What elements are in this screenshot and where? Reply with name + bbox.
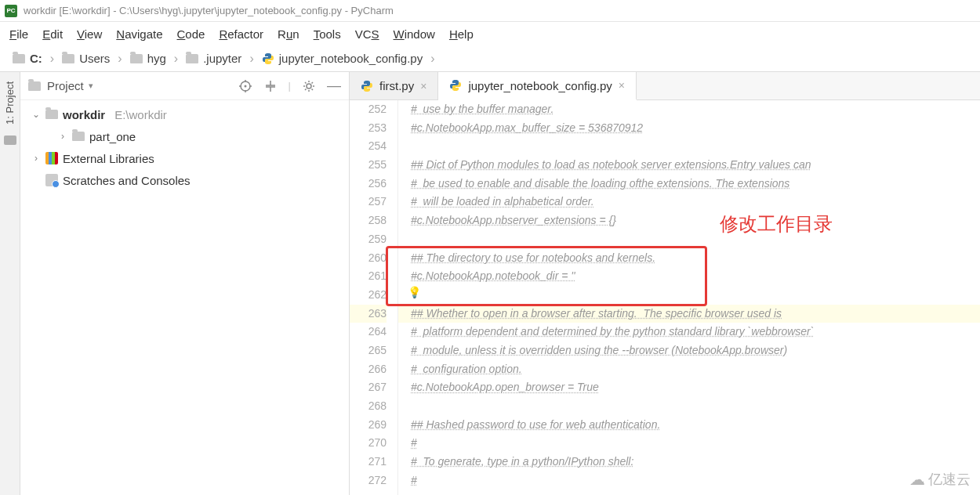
folder-icon [28,81,41,91]
collapse-all-icon[interactable] [263,79,278,93]
editor-tab[interactable]: jupyter_notebook_config.py× [438,72,637,100]
code-line[interactable]: ## Hashed password to use for web authen… [411,416,980,435]
scratch-icon [45,174,58,186]
code-line[interactable]: #c.NotebookApp.max_buffer_size = 5368709… [411,119,980,138]
menu-vcs[interactable]: VCS [355,27,379,41]
menu-navigate[interactable]: Navigate [116,27,162,41]
breadcrumb-item[interactable]: .jupyter [183,52,245,65]
editor-tab[interactable]: first.py× [350,72,438,99]
menu-window[interactable]: Window [394,27,435,41]
tree-item[interactable]: Scratches and Consoles [20,169,349,191]
chevron-right-icon: › [45,52,59,66]
title-bar: PC workdir [E:\workdir] - C:\Users\hyg\.… [0,0,980,22]
breadcrumb-item[interactable]: hyg [127,52,169,65]
svg-point-1 [244,85,246,87]
tree-item-label: workdir [63,108,105,121]
folder-icon [130,54,143,63]
code-line[interactable]: # configuration option. [411,360,980,379]
hide-icon[interactable]: — [327,79,341,93]
code-line[interactable]: ## Whether to open in a browser after st… [411,305,980,323]
editor-tabs: first.py×jupyter_notebook_config.py× [350,72,980,100]
code-line[interactable]: #c.NotebookApp.nbserver_extensions = {} [411,211,980,230]
code-line[interactable]: # will be loaded in alphabetical order. [411,193,980,211]
line-number: 263 [350,305,387,323]
close-icon[interactable]: × [420,80,426,92]
code-line[interactable]: #c.NotebookApp.open_browser = True [411,378,980,397]
project-panel-title[interactable]: Project [47,79,84,92]
close-icon[interactable]: × [619,79,625,92]
line-number: 253 [350,119,387,138]
folder-icon [72,132,85,141]
tree-item-label: External Libraries [63,152,154,165]
line-number: 256 [350,175,387,193]
line-number: 271 [350,453,387,472]
folder-icon [62,54,74,63]
code-line[interactable]: ## The directory to use for notebooks an… [411,249,980,268]
code-line[interactable]: # module, unless it is overridden using … [411,341,980,360]
chevron-right-icon: › [169,52,183,66]
app-icon: PC [5,5,17,17]
chevron-right-icon: › [426,52,439,66]
tree-item[interactable]: ⌄workdirE:\workdir [20,103,349,125]
menu-file[interactable]: File [9,27,28,41]
menu-refactor[interactable]: Refactor [219,27,263,41]
project-tool-tab[interactable]: 1: Project [4,75,16,131]
python-file-icon [361,80,373,92]
line-number: 268 [350,397,387,416]
line-number: 264 [350,323,387,341]
tree-item-label: Scratches and Consoles [63,174,191,187]
menu-edit[interactable]: Edit [42,27,63,41]
menu-tools[interactable]: Tools [314,27,341,41]
line-number: 257 [350,193,387,211]
line-number: 265 [350,341,387,360]
tree-caret-icon[interactable]: › [31,153,41,164]
project-tree: ⌄workdirE:\workdir›part_one›External Lib… [20,100,349,194]
target-icon[interactable] [238,79,252,93]
menu-help[interactable]: Help [449,27,474,41]
code-area[interactable]: # use by the buffer manager.#c.NotebookA… [398,100,980,495]
line-number: 269 [350,416,387,435]
line-number: 254 [350,137,387,156]
code-line[interactable] [411,137,980,156]
menu-view[interactable]: View [77,27,102,41]
code-line[interactable]: # [411,434,980,453]
line-number: 266 [350,360,387,379]
code-line[interactable]: # platform dependent and determined by t… [411,323,980,341]
editor[interactable]: 2522532542552562572582592602612622632642… [350,100,980,495]
code-line[interactable] [411,230,980,249]
breadcrumb-item[interactable]: C: [9,52,45,65]
line-number: 261 [350,267,387,286]
menu-bar: File Edit View Navigate Code Refactor Ru… [0,22,980,45]
editor-area: first.py×jupyter_notebook_config.py× 252… [350,72,980,495]
menu-code[interactable]: Code [177,27,205,41]
line-number: 270 [350,434,387,453]
code-line[interactable]: # use by the buffer manager. [411,100,980,119]
breadcrumb-item[interactable]: jupyter_notebook_config.py [259,52,426,65]
code-line[interactable] [411,286,980,305]
folder-icon [13,54,25,63]
code-line[interactable] [411,397,980,416]
line-number: 267 [350,378,387,397]
line-number: 262 [350,286,387,305]
tree-item-path: E:\workdir [114,108,167,121]
gear-icon[interactable] [302,79,316,93]
line-number: 258 [350,211,387,230]
line-number: 252 [350,100,387,119]
tree-caret-icon[interactable]: ⌄ [31,109,41,120]
chevron-down-icon[interactable]: ▾ [89,81,93,91]
breadcrumb-item[interactable]: Users [59,52,113,65]
code-line[interactable]: # [411,472,980,490]
code-line[interactable]: ## Dict of Python modules to load as not… [411,156,980,175]
tree-item[interactable]: ›part_one [20,125,349,147]
tree-item[interactable]: ›External Libraries [20,147,349,169]
breadcrumb: C: › Users › hyg › .jupyter › jupyter_no… [0,45,980,72]
code-line[interactable]: # To generate, type in a python/IPython … [411,453,980,472]
menu-run[interactable]: Run [278,27,299,41]
folder-icon [4,135,16,145]
line-number: 259 [350,230,387,249]
code-line[interactable]: # be used to enable and disable the load… [411,175,980,193]
python-file-icon [262,52,274,65]
folder-icon [186,54,198,63]
tree-caret-icon[interactable]: › [58,131,67,142]
code-line[interactable]: #c.NotebookApp.notebook_dir = '' [411,267,980,286]
